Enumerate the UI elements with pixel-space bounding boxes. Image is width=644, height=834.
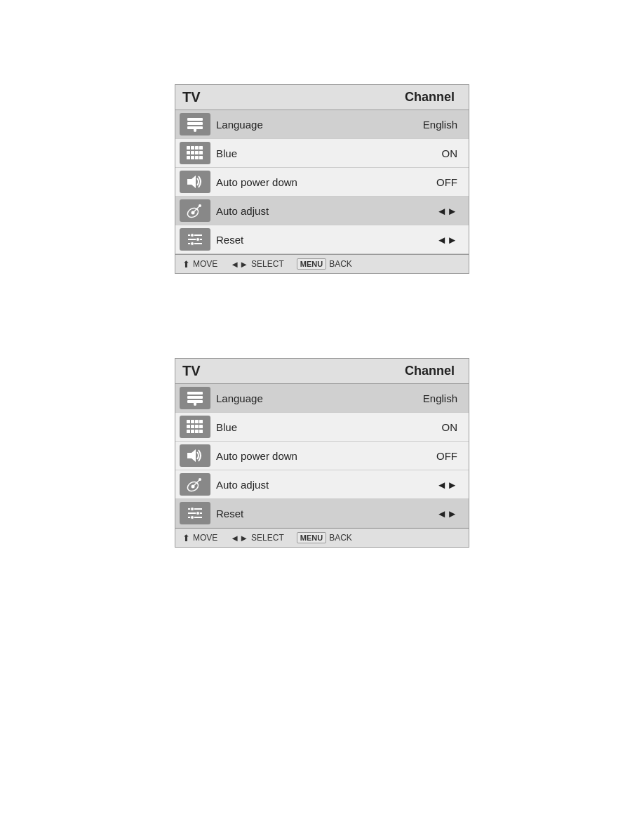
move-arrow-icon: ⬆ [182, 259, 190, 270]
footer-select: ◄►SELECT [230, 533, 283, 543]
settings-icon [180, 228, 210, 251]
menu-row-auto-power-down[interactable]: Auto power downOFF [175, 168, 469, 197]
move-label: MOVE [193, 259, 217, 269]
menu-row-auto-adjust[interactable]: Auto adjust◄► [175, 470, 469, 499]
back-label: BACK [329, 259, 352, 269]
row-label-blue: Blue [216, 147, 442, 159]
footer-back: MENUBACK [297, 532, 352, 543]
row-label-language: Language [216, 119, 423, 131]
settings-icon [180, 502, 210, 524]
menu-footer: ⬆MOVE◄►SELECTMENUBACK [175, 528, 469, 547]
select-arrow-icon: ◄► [230, 533, 248, 543]
footer-move: ⬆MOVE [182, 259, 217, 270]
language-icon [180, 387, 210, 409]
menu-menu2: TVChannelLanguageEnglishBlueONAuto power… [175, 358, 469, 548]
footer-select: ◄►SELECT [230, 259, 283, 270]
volume-icon [180, 444, 210, 467]
menu-row-reset[interactable]: Reset◄► [175, 499, 469, 528]
menu-button: MENU [297, 532, 326, 543]
row-label-reset: Reset [216, 508, 436, 519]
move-arrow-icon: ⬆ [182, 533, 190, 543]
back-label: BACK [329, 533, 352, 543]
footer-back: MENUBACK [297, 258, 352, 270]
menu-row-auto-adjust[interactable]: Auto adjust◄► [175, 197, 469, 225]
select-arrow-icon: ◄► [230, 259, 248, 270]
row-value-reset: ◄► [436, 234, 464, 246]
row-label-auto-power-down: Auto power down [216, 176, 436, 188]
menu-row-blue[interactable]: BlueON [175, 413, 469, 442]
row-value-language: English [423, 392, 464, 404]
menu-footer: ⬆MOVE◄►SELECTMENUBACK [175, 254, 469, 273]
row-value-auto-power-down: OFF [436, 176, 464, 188]
channel-label: Channel [405, 364, 462, 378]
language-icon [180, 113, 210, 135]
tv-label: TV [182, 363, 224, 379]
row-label-auto-adjust: Auto adjust [216, 205, 436, 217]
row-label-auto-adjust: Auto adjust [216, 479, 436, 491]
menu-row-auto-power-down[interactable]: Auto power downOFF [175, 442, 469, 470]
select-label: SELECT [251, 259, 284, 269]
tv-label: TV [182, 89, 224, 105]
row-value-blue: ON [442, 147, 465, 159]
satellite-icon [180, 473, 210, 496]
footer-move: ⬆MOVE [182, 533, 217, 543]
menu-row-reset[interactable]: Reset◄► [175, 225, 469, 254]
row-value-auto-adjust: ◄► [436, 479, 464, 491]
row-label-auto-power-down: Auto power down [216, 450, 436, 462]
row-label-blue: Blue [216, 421, 442, 433]
row-value-auto-power-down: OFF [436, 450, 464, 462]
volume-icon [180, 171, 210, 193]
row-label-reset: Reset [216, 234, 436, 246]
menu-row-language[interactable]: LanguageEnglish [175, 384, 469, 413]
channel-label: Channel [405, 90, 462, 105]
select-label: SELECT [251, 533, 284, 543]
move-label: MOVE [193, 533, 217, 543]
row-value-reset: ◄► [436, 508, 464, 519]
menu-header: TVChannel [175, 359, 469, 384]
row-value-language: English [423, 119, 464, 131]
row-value-auto-adjust: ◄► [436, 205, 464, 217]
menu-menu1: TVChannelLanguageEnglishBlueONAuto power… [175, 84, 469, 274]
menu-header: TVChannel [175, 85, 469, 110]
menu-button: MENU [297, 258, 326, 270]
menu-row-language[interactable]: LanguageEnglish [175, 110, 469, 139]
satellite-icon [180, 199, 210, 222]
menu-row-blue[interactable]: BlueON [175, 139, 469, 168]
blue-icon [180, 416, 210, 438]
blue-icon [180, 142, 210, 164]
row-label-language: Language [216, 392, 423, 404]
row-value-blue: ON [442, 421, 465, 433]
